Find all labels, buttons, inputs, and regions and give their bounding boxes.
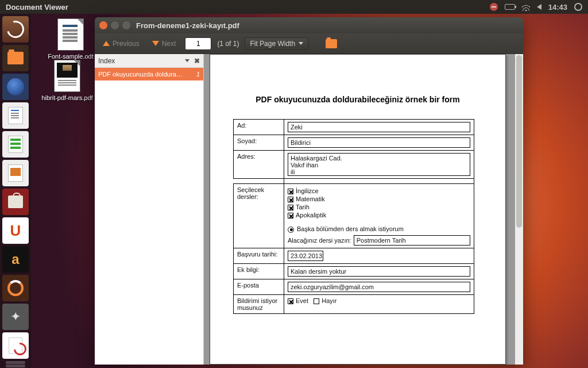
label-soyad: Soyad: [234, 135, 284, 151]
page-of-label: (1 of 1) [217, 40, 239, 48]
sidebar-type-dropdown[interactable] [185, 59, 189, 62]
software-center-launcher[interactable] [2, 189, 29, 215]
label-ad: Ad: [234, 120, 284, 135]
window-close-button[interactable] [99, 21, 107, 29]
field-ad[interactable]: Zeki [288, 122, 470, 132]
arrow-up-icon [103, 41, 110, 46]
checkbox-label: Evet [296, 297, 308, 304]
checkbox-label: Hayır [322, 297, 336, 304]
previous-button[interactable]: Previous [99, 38, 143, 49]
form-heading: PDF okuyucunuzda doldurabileceğiniz örne… [222, 95, 494, 104]
checkbox-label: Apokaliptik [296, 212, 326, 218]
checkbox-ingilizce[interactable] [288, 189, 293, 194]
workspace-switcher[interactable] [2, 361, 29, 368]
sidebar-header: Index ✖ [95, 54, 203, 68]
checkbox-group-dersler: İngilizce Matematik Tarih Apokaliptik [288, 187, 470, 218]
checkbox-hayir[interactable] [314, 298, 319, 304]
dropdown-icon [299, 42, 303, 45]
toolbar: Previous Next (1 of 1) Fit Page Width [95, 33, 523, 54]
next-button[interactable]: Next [149, 38, 180, 49]
top-menu-bar: Document Viewer 14:43 [0, 0, 588, 14]
update-manager-launcher[interactable] [2, 275, 29, 301]
window-title: From-deneme1-zeki-kayıt.pdf [136, 21, 239, 30]
impress-launcher[interactable] [2, 160, 29, 186]
checkbox-label: Matematik [296, 195, 325, 202]
field-yazilan-ders[interactable]: Postmodern Tarih [354, 235, 470, 246]
checkbox-evet[interactable] [288, 298, 293, 304]
dash-home-button[interactable] [2, 16, 29, 43]
unity-launcher: U a ✦ [0, 14, 31, 368]
checkbox-matematik[interactable] [288, 197, 293, 202]
index-sidebar: Index ✖ PDF okuyucunuzda doldura… 1 [95, 54, 204, 365]
volume-icon[interactable] [537, 4, 541, 10]
radio-baska-bolum[interactable] [288, 227, 294, 233]
label-bildirimi: Bildirimi istiyor musunuz [234, 294, 284, 313]
field-soyad[interactable]: Bildirici [288, 137, 470, 148]
desktop-file-hibrit-pdf[interactable]: hibrit-pdf-mars.pdf [41, 60, 93, 101]
checkbox-label: İngilizce [296, 187, 319, 194]
pdf-page: PDF okuyucunuzda doldurabileceğiniz örne… [210, 54, 506, 365]
label-adres: Adres: [234, 151, 284, 179]
form-table: Ad: Zeki Soyad: Bildirici Adres: Halaska… [233, 119, 474, 314]
checkbox-label: Tarih [296, 204, 310, 210]
field-tarih[interactable]: 23.02.2013 [288, 251, 323, 261]
field-eposta[interactable]: zeki.ozguryazilim@gmail.com [288, 282, 470, 292]
label-ek: Ek bilgi: [234, 263, 284, 279]
clock[interactable]: 14:43 [548, 3, 567, 12]
scrollbar-thumb[interactable] [516, 55, 522, 228]
next-label: Next [162, 40, 176, 48]
desktop-file-label: Font-sample.odt [45, 53, 96, 60]
field-adres[interactable]: Halaskargazi Cad. Vakıf ihan ili [288, 153, 470, 176]
files-launcher[interactable] [2, 45, 29, 71]
index-item[interactable]: PDF okuyucunuzda doldura… 1 [95, 68, 203, 80]
system-settings-launcher[interactable]: ✦ [2, 304, 29, 330]
label-eposta: E-posta [234, 279, 284, 294]
index-item-page: 1 [193, 71, 200, 78]
desktop-file-label: hibrit-pdf-mars.pdf [41, 94, 93, 101]
window-maximize-button[interactable] [122, 21, 130, 29]
desktop-file-font-sample[interactable]: Font-sample.odt [45, 18, 96, 60]
ubuntu-one-launcher[interactable]: U [2, 217, 29, 244]
evince-launcher[interactable] [2, 332, 29, 359]
label-basvuru: Başvuru tarihi: [234, 248, 284, 263]
notification-icon[interactable] [490, 3, 498, 11]
firefox-launcher[interactable] [2, 74, 29, 100]
active-app-title: Document Viewer [0, 3, 490, 12]
document-viewer-window: From-deneme1-zeki-kayıt.pdf Previous Nex… [95, 17, 523, 365]
sidebar-close-button[interactable]: ✖ [194, 57, 200, 65]
battery-icon[interactable] [505, 4, 515, 10]
arrow-down-icon [152, 41, 159, 46]
vertical-scrollbar[interactable] [515, 54, 523, 365]
label-yazilan-ders: Alacağınız dersi yazın: [288, 237, 351, 244]
writer-launcher[interactable] [2, 102, 29, 129]
field-ek[interactable]: Kalan dersim yoktur [288, 266, 470, 277]
calc-launcher[interactable] [2, 131, 29, 158]
system-gear-icon[interactable] [574, 3, 582, 11]
sidebar-title: Index [98, 57, 115, 65]
radio-label: Başka bölümden ders almak istiyorum [297, 225, 404, 232]
checkbox-tarih[interactable] [288, 205, 293, 210]
previous-label: Previous [113, 40, 140, 48]
label-dersler: Seçilecek dersler: [234, 184, 284, 248]
wifi-icon[interactable] [522, 3, 530, 11]
open-file-button[interactable] [326, 39, 337, 48]
zoom-selector[interactable]: Fit Page Width [245, 37, 308, 50]
checkbox-apokaliptik[interactable] [288, 213, 293, 218]
amazon-launcher[interactable]: a [2, 246, 29, 273]
window-titlebar[interactable]: From-deneme1-zeki-kayıt.pdf [95, 17, 523, 33]
document-viewport[interactable]: PDF okuyucunuzda doldurabileceğiniz örne… [204, 54, 523, 365]
page-number-input[interactable] [185, 37, 211, 50]
zoom-label: Fit Page Width [250, 40, 295, 48]
index-item-label: PDF okuyucunuzda doldura… [98, 71, 193, 78]
window-minimize-button[interactable] [111, 21, 119, 29]
